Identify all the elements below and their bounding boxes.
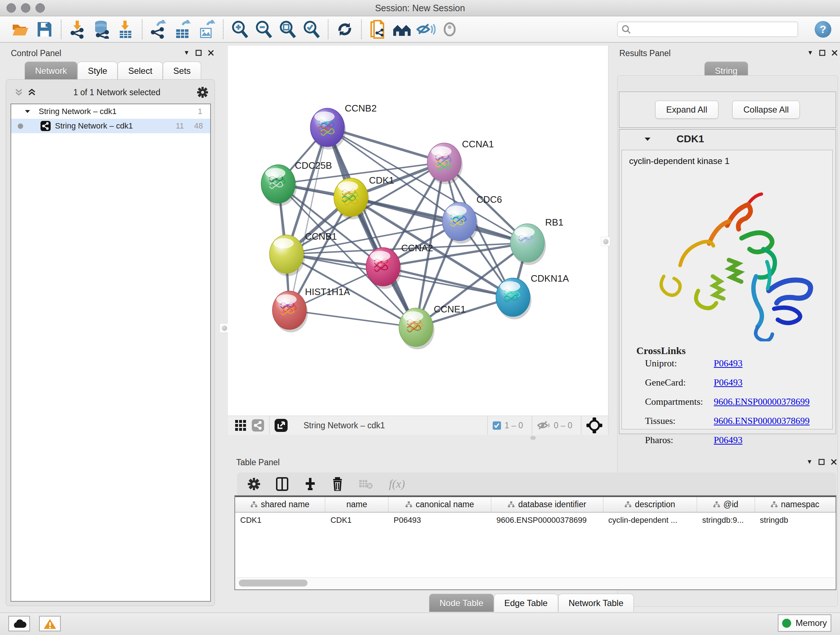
- network-node-RB1[interactable]: [510, 224, 546, 265]
- cloud-status-button[interactable]: [8, 616, 30, 631]
- zoom-fit-icon[interactable]: [278, 19, 298, 40]
- network-node-CDC6[interactable]: [442, 203, 478, 244]
- import-table-from-file-icon[interactable]: [115, 19, 136, 40]
- export-network-icon[interactable]: [149, 19, 169, 40]
- export-image-icon[interactable]: [196, 19, 217, 40]
- help-button[interactable]: ?: [815, 21, 831, 38]
- search-input[interactable]: [631, 24, 798, 35]
- close-panel-icon[interactable]: [831, 459, 837, 465]
- float-panel-icon[interactable]: [819, 50, 826, 56]
- network-node-HIST1H1A[interactable]: [272, 291, 308, 333]
- crosslink-link[interactable]: P06493: [714, 358, 742, 369]
- network-node-label-CCNB1: CCNB1: [305, 231, 337, 242]
- network-node-CDC25B[interactable]: [261, 165, 297, 206]
- collapse-all-button[interactable]: Collapse All: [732, 101, 800, 119]
- table-row[interactable]: CDK1CDK1P064939606.ENSP00000378699cyclin…: [235, 513, 836, 528]
- float-panel-icon[interactable]: [818, 459, 825, 465]
- table-horizontal-scrollbar[interactable]: [236, 578, 835, 589]
- collapse-all-icon[interactable]: [14, 88, 24, 97]
- show-all-icon[interactable]: [439, 19, 460, 40]
- column-header-name[interactable]: name: [325, 497, 388, 512]
- zoom-in-icon[interactable]: [230, 19, 250, 40]
- crosslink-link[interactable]: 9606.ENSP00000378699: [714, 416, 810, 426]
- network-node-CCNA2[interactable]: [366, 248, 401, 289]
- network-node-CCNE1[interactable]: [399, 308, 434, 349]
- control-tab-sets[interactable]: Sets: [163, 62, 201, 80]
- network-node-label-CDKN1A: CDKN1A: [531, 273, 569, 284]
- column-header-canonical-name[interactable]: canonical name: [388, 497, 491, 512]
- column-type-icon: [771, 501, 777, 508]
- close-panel-icon[interactable]: [831, 50, 838, 56]
- hide-selected-icon[interactable]: [416, 19, 436, 40]
- network-collection-row[interactable]: String Network – cdk1 1: [11, 104, 210, 119]
- detach-view-icon[interactable]: [275, 419, 287, 432]
- panel-menu-icon[interactable]: ▼: [807, 49, 813, 57]
- birds-eye-view-icon[interactable]: [586, 417, 602, 433]
- network-node-CDK1[interactable]: [334, 178, 369, 219]
- column-header--id[interactable]: @id: [697, 497, 755, 512]
- delete-column-icon[interactable]: [332, 477, 343, 491]
- column-type-icon: [251, 501, 257, 508]
- control-tab-network[interactable]: Network: [25, 62, 77, 80]
- crosslink-link[interactable]: 9606.ENSP00000378699: [714, 396, 810, 407]
- clone-network-icon[interactable]: [368, 19, 388, 40]
- float-panel-icon[interactable]: [195, 50, 202, 56]
- add-column-icon[interactable]: [304, 478, 316, 490]
- network-edge-CCNA2-CDKN1A[interactable]: [383, 267, 513, 297]
- panel-menu-icon[interactable]: ▼: [183, 49, 189, 57]
- network-node-CCNB2[interactable]: [310, 108, 346, 149]
- crosslink-link[interactable]: P06493: [714, 435, 742, 446]
- selected-nodes-checkbox[interactable]: [493, 421, 501, 430]
- column-header-shared-name[interactable]: shared name: [235, 497, 325, 512]
- network-canvas[interactable]: CCNB2CCNA1CDC25BCDK1CDC6RB1CCNB1CCNA2CDK…: [228, 46, 608, 415]
- expand-all-icon[interactable]: [27, 88, 36, 97]
- tab-network-table[interactable]: Network Table: [558, 594, 634, 612]
- import-network-from-file-icon[interactable]: [68, 19, 88, 40]
- control-tab-style[interactable]: Style: [77, 62, 118, 80]
- scrollbar-thumb[interactable]: [239, 580, 308, 586]
- zoom-selected-icon[interactable]: [302, 19, 322, 40]
- table-options-gear-icon[interactable]: [248, 478, 260, 490]
- column-header-label: namespac: [781, 500, 819, 509]
- panel-menu-icon[interactable]: ▼: [806, 458, 813, 466]
- network-node-CDKN1A[interactable]: [496, 278, 531, 319]
- network-node-CCNA1[interactable]: [427, 143, 463, 184]
- tab-edge-table[interactable]: Edge Table: [494, 594, 558, 612]
- section-expander-icon[interactable]: [644, 136, 651, 142]
- network-row-label: String Network – cdk1: [55, 121, 176, 131]
- zoom-out-icon[interactable]: [254, 19, 274, 40]
- save-session-icon[interactable]: [34, 19, 55, 40]
- export-table-icon[interactable]: [172, 19, 193, 40]
- show-columns-icon[interactable]: [276, 477, 288, 491]
- network-edge-CCNB2-CCNE1[interactable]: [327, 127, 416, 327]
- warning-status-button[interactable]: [39, 616, 61, 631]
- open-session-icon[interactable]: [11, 19, 31, 40]
- column-header-namespac[interactable]: namespac: [755, 497, 836, 512]
- column-type-icon: [625, 501, 631, 508]
- network-row[interactable]: String Network – cdk1 11 48: [11, 119, 210, 133]
- control-panel: Control Panel ▼ NetworkStyleSelectSets 1…: [4, 46, 216, 607]
- crosslink-row: GeneCard:P06493: [645, 377, 832, 388]
- table-cell: cyclin-dependent ...: [603, 513, 697, 528]
- grid-view-icon[interactable]: [235, 420, 246, 431]
- bottom-divider-grip[interactable]: [531, 436, 536, 440]
- first-neighbors-icon[interactable]: [392, 19, 412, 40]
- close-panel-icon[interactable]: [208, 50, 214, 56]
- memory-button[interactable]: Memory: [778, 614, 831, 632]
- crosslink-link[interactable]: P06493: [714, 377, 742, 388]
- tree-expander-icon[interactable]: [24, 109, 31, 114]
- gene-section-header[interactable]: CDK1: [619, 130, 836, 149]
- right-divider-grip[interactable]: [601, 237, 610, 246]
- network-options-gear-icon[interactable]: [197, 87, 208, 98]
- memory-status-dot: [782, 619, 791, 628]
- refresh-icon[interactable]: [335, 19, 355, 40]
- network-view-mode-icon[interactable]: [252, 419, 264, 432]
- network-edge-HIST1H1A-CCNE1[interactable]: [289, 310, 416, 327]
- toolbar-separator: [142, 19, 142, 39]
- tab-node-table[interactable]: Node Table: [429, 594, 494, 612]
- expand-all-button[interactable]: Expand All: [655, 101, 718, 119]
- column-header-description[interactable]: description: [603, 497, 697, 512]
- control-tab-select[interactable]: Select: [118, 62, 163, 80]
- column-header-database-identifier[interactable]: database identifier: [491, 497, 603, 512]
- import-network-from-database-icon[interactable]: [92, 19, 112, 40]
